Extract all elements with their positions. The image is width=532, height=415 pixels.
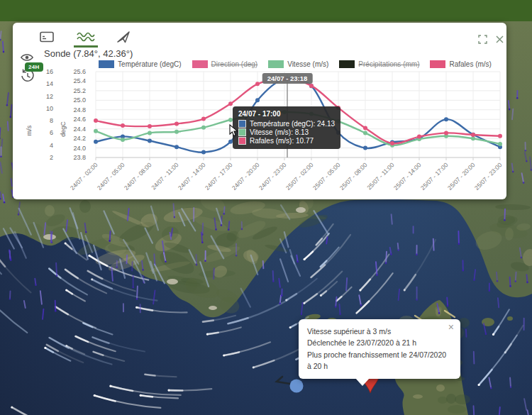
svg-text:24/07 - 05:00: 24/07 - 05:00: [96, 161, 126, 192]
svg-text:25.0: 25.0: [73, 96, 86, 104]
svg-text:25/07 - 08:00: 25/07 - 08:00: [338, 161, 369, 192]
data-point: [390, 141, 394, 145]
svg-text:degC: degC: [60, 121, 67, 137]
svg-text:24/07 - 11:00: 24/07 - 11:00: [150, 161, 179, 191]
svg-text:25/07 - 17:00: 25/07 - 17:00: [419, 161, 450, 192]
svg-text:24/07 - 02:00: 24/07 - 02:00: [69, 161, 99, 192]
svg-text:25/07 - 02:00: 25/07 - 02:00: [284, 161, 315, 192]
data-point: [174, 122, 179, 126]
data-point: [94, 140, 98, 144]
popup-line-crossing: Plus proche franchissement le 24/07/2020…: [307, 349, 452, 372]
svg-text:24.8: 24.8: [73, 106, 86, 114]
app-header-bar: [0, 0, 532, 21]
data-point: [94, 129, 98, 133]
data-point: [148, 131, 152, 135]
popup-line-triggered: Déclenchée le 23/07/2020 à 21 h: [307, 337, 452, 348]
svg-text:23.8: 23.8: [73, 154, 86, 161]
svg-text:25/07 - 20:00: 25/07 - 20:00: [446, 161, 477, 192]
data-point: [148, 139, 152, 143]
svg-text:24/07 - 17:00: 24/07 - 17:00: [204, 161, 234, 192]
popup-line-condition: Vitesse supérieur à 3 m/s: [307, 326, 452, 337]
tooltip-title: 24/07 - 17:00: [238, 110, 335, 118]
buoy-dot: [290, 380, 304, 393]
data-point: [228, 101, 233, 106]
data-point: [444, 117, 448, 121]
data-point: [201, 150, 206, 155]
svg-text:m/s: m/s: [26, 125, 33, 135]
tooltip-value: Température (degC): 24.13: [250, 120, 335, 128]
svg-text:2: 2: [50, 154, 53, 161]
data-point: [201, 117, 206, 121]
svg-text:24/07 - 08:00: 24/07 - 08:00: [123, 161, 153, 192]
data-point: [363, 146, 367, 150]
svg-text:24/07 - 20:00: 24/07 - 20:00: [231, 161, 261, 192]
svg-text:24.2: 24.2: [73, 135, 86, 142]
data-point: [255, 98, 260, 102]
data-point: [174, 130, 179, 134]
tooltip-value: Rafales (m/s): 10.77: [250, 137, 314, 145]
mouse-cursor: [228, 124, 240, 137]
popup-tail: [355, 378, 370, 386]
data-point: [148, 124, 152, 128]
tooltip-row: Température (degC): 24.13: [238, 120, 335, 128]
svg-text:4: 4: [50, 142, 53, 149]
svg-text:25.2: 25.2: [73, 87, 86, 94]
svg-text:16: 16: [46, 68, 53, 75]
data-point: [255, 82, 260, 86]
svg-text:10: 10: [46, 105, 53, 112]
range-badge-24h: 24H: [25, 62, 43, 72]
svg-text:25/07 - 11:00: 25/07 - 11:00: [365, 161, 395, 191]
crosshair-time-badge: 24/07 - 23:18: [262, 73, 313, 84]
sonde-panel: Sonde (7.84°, 42.36°) 24H Température (d…: [13, 23, 506, 199]
svg-text:25/07 - 05:00: 25/07 - 05:00: [311, 161, 342, 192]
alert-popup: × Vitesse supérieur à 3 m/s Déclenchée l…: [299, 319, 460, 379]
wind-needle: [277, 377, 290, 384]
data-point: [498, 142, 502, 146]
app-window: Sonde (7.84°, 42.36°) 24H Température (d…: [0, 0, 532, 415]
data-point: [309, 84, 314, 88]
popup-close-button[interactable]: ×: [447, 321, 455, 333]
svg-text:25.4: 25.4: [73, 77, 86, 84]
data-point: [471, 133, 475, 137]
svg-text:6: 6: [50, 129, 53, 136]
chart-tooltip: 24/07 - 17:00 Température (degC): 24.13 …: [233, 106, 340, 149]
svg-text:14: 14: [46, 80, 53, 87]
data-point: [121, 138, 125, 142]
svg-text:25.6: 25.6: [73, 68, 86, 75]
data-point: [417, 135, 421, 139]
svg-text:24/07 - 23:00: 24/07 - 23:00: [257, 161, 288, 192]
tooltip-row: Vitesse (m/s): 8.13: [238, 128, 335, 136]
data-point: [444, 131, 448, 135]
small-island: [507, 316, 513, 321]
tooltip-value: Vitesse (m/s): 8.13: [250, 128, 309, 136]
svg-text:24.4: 24.4: [73, 126, 86, 133]
data-point: [201, 126, 206, 130]
data-point: [363, 126, 367, 131]
svg-text:24.0: 24.0: [73, 145, 86, 152]
svg-text:24.6: 24.6: [73, 116, 86, 123]
svg-text:25/07 - 14:00: 25/07 - 14:00: [392, 161, 423, 192]
svg-text:25/07 - 23:00: 25/07 - 23:00: [473, 161, 504, 192]
data-point: [174, 145, 179, 149]
svg-text:12: 12: [46, 93, 53, 100]
data-point: [121, 123, 125, 128]
tooltip-row: Rafales (m/s): 10.77: [238, 137, 335, 145]
data-point: [94, 118, 98, 123]
data-point: [471, 136, 475, 140]
data-point: [498, 134, 502, 138]
tooltip-swatch: [238, 137, 246, 145]
svg-text:24/07 - 14:00: 24/07 - 14:00: [177, 161, 207, 192]
svg-text:8: 8: [50, 117, 53, 124]
data-point: [363, 131, 367, 135]
